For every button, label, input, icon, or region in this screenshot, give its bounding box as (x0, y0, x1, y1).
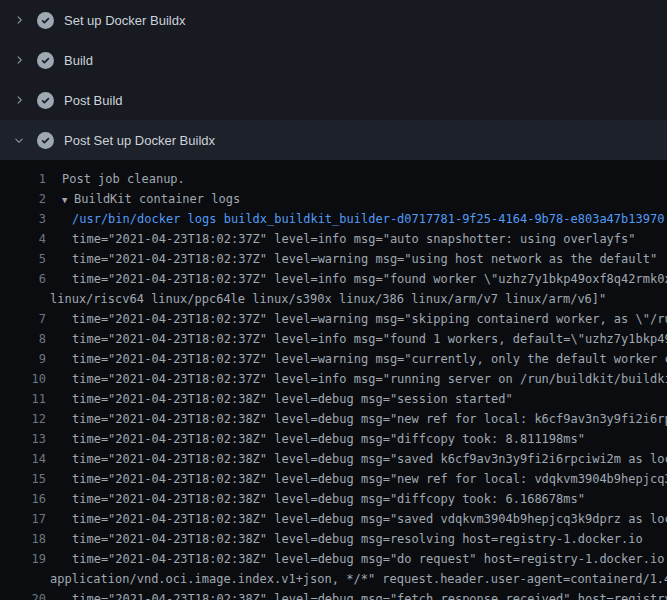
step-label: Set up Docker Buildx (64, 13, 185, 28)
log-text: time="2021-04-23T18:02:37Z" level=warnin… (46, 249, 657, 269)
log-text: time="2021-04-23T18:02:37Z" level=info m… (46, 269, 667, 289)
line-number[interactable]: 13 (0, 429, 46, 449)
line-number (0, 289, 46, 309)
steps-list: Set up Docker Buildx Build Post Build Po… (0, 0, 667, 160)
log-text: time="2021-04-23T18:02:38Z" level=debug … (46, 549, 667, 569)
step-label: Post Set up Docker Buildx (64, 133, 215, 148)
log-text: time="2021-04-23T18:02:38Z" level=debug … (46, 489, 585, 509)
log-line: 10time="2021-04-23T18:02:37Z" level=info… (0, 369, 667, 389)
log-line: 3/usr/bin/docker logs buildx_buildkit_bu… (0, 209, 667, 229)
check-circle-icon (37, 52, 54, 69)
log-line: 11time="2021-04-23T18:02:38Z" level=debu… (0, 389, 667, 409)
check-circle-icon (37, 92, 54, 109)
line-number[interactable]: 17 (0, 509, 46, 529)
log-text: linux/riscv64 linux/ppc64le linux/s390x … (46, 289, 606, 309)
log-text: time="2021-04-23T18:02:37Z" level=warnin… (46, 309, 667, 329)
log-line: 2▼BuildKit container logs (0, 189, 667, 209)
log-text: time="2021-04-23T18:02:38Z" level=debug … (46, 409, 667, 429)
log-text: time="2021-04-23T18:02:37Z" level=warnin… (46, 349, 667, 369)
log-line: 12time="2021-04-23T18:02:38Z" level=debu… (0, 409, 667, 429)
log-line: 20time="2021-04-23T18:02:38Z" level=debu… (0, 589, 667, 600)
log-text: time="2021-04-23T18:02:38Z" level=debug … (46, 389, 513, 409)
line-number[interactable]: 19 (0, 549, 46, 569)
line-number[interactable]: 20 (0, 589, 46, 600)
log-text: time="2021-04-23T18:02:38Z" level=debug … (46, 529, 643, 549)
log-line: 13time="2021-04-23T18:02:38Z" level=debu… (0, 429, 667, 449)
workflow-log-viewer: Set up Docker Buildx Build Post Build Po… (0, 0, 667, 600)
line-number (0, 569, 46, 589)
log-text: time="2021-04-23T18:02:38Z" level=debug … (46, 449, 667, 469)
log-line: application/vnd.oci.image.index.v1+json,… (0, 569, 667, 589)
log-line: 5time="2021-04-23T18:02:37Z" level=warni… (0, 249, 667, 269)
log-line: 9time="2021-04-23T18:02:37Z" level=warni… (0, 349, 667, 369)
line-number[interactable]: 12 (0, 409, 46, 429)
log-line: 15time="2021-04-23T18:02:38Z" level=debu… (0, 469, 667, 489)
log-line: 19time="2021-04-23T18:02:38Z" level=debu… (0, 549, 667, 569)
log-text: time="2021-04-23T18:02:38Z" level=debug … (46, 509, 667, 529)
log-text: time="2021-04-23T18:02:37Z" level=info m… (46, 329, 667, 349)
step-row[interactable]: Set up Docker Buildx (0, 0, 667, 40)
log-line: 14time="2021-04-23T18:02:38Z" level=debu… (0, 449, 667, 469)
step-label: Build (64, 53, 93, 68)
line-number[interactable]: 14 (0, 449, 46, 469)
line-number[interactable]: 3 (0, 209, 46, 229)
log-text: time="2021-04-23T18:02:38Z" level=debug … (46, 469, 667, 489)
line-number[interactable]: 9 (0, 349, 46, 369)
log-area: 1Post job cleanup.2▼BuildKit container l… (0, 160, 667, 600)
log-line: 17time="2021-04-23T18:02:38Z" level=debu… (0, 509, 667, 529)
log-text: time="2021-04-23T18:02:37Z" level=info m… (46, 229, 636, 249)
group-collapse-arrow-icon[interactable]: ▼ (62, 190, 74, 210)
log-line: linux/riscv64 linux/ppc64le linux/s390x … (0, 289, 667, 309)
log-line: 4time="2021-04-23T18:02:37Z" level=info … (0, 229, 667, 249)
line-number[interactable]: 15 (0, 469, 46, 489)
line-number[interactable]: 11 (0, 389, 46, 409)
line-number[interactable]: 8 (0, 329, 46, 349)
step-label: Post Build (64, 93, 123, 108)
step-row[interactable]: Build (0, 40, 667, 80)
line-number[interactable]: 6 (0, 269, 46, 289)
log-line: 6time="2021-04-23T18:02:37Z" level=info … (0, 269, 667, 289)
log-line: 18time="2021-04-23T18:02:38Z" level=debu… (0, 529, 667, 549)
log-text: application/vnd.oci.image.index.v1+json,… (46, 569, 667, 589)
line-number[interactable]: 10 (0, 369, 46, 389)
step-row[interactable]: Post Build (0, 80, 667, 120)
line-number[interactable]: 4 (0, 229, 46, 249)
log-text: time="2021-04-23T18:02:38Z" level=debug … (46, 429, 585, 449)
log-text[interactable]: ▼BuildKit container logs (46, 189, 240, 209)
chevron-right-icon (13, 14, 25, 26)
chevron-right-icon (13, 54, 25, 66)
line-number[interactable]: 16 (0, 489, 46, 509)
line-number[interactable]: 1 (0, 169, 46, 189)
line-number[interactable]: 2 (0, 189, 46, 209)
check-circle-icon (37, 132, 54, 149)
command-text: /usr/bin/docker logs buildx_buildkit_bui… (46, 209, 664, 229)
log-line: 1Post job cleanup. (0, 169, 667, 189)
log-text: time="2021-04-23T18:02:38Z" level=debug … (46, 589, 667, 600)
chevron-right-icon (13, 94, 25, 106)
log-text: time="2021-04-23T18:02:37Z" level=info m… (46, 369, 667, 389)
check-circle-icon (37, 12, 54, 29)
log-line: 16time="2021-04-23T18:02:38Z" level=debu… (0, 489, 667, 509)
log-line: 7time="2021-04-23T18:02:37Z" level=warni… (0, 309, 667, 329)
step-row[interactable]: Post Set up Docker Buildx (0, 120, 667, 160)
log-line: 8time="2021-04-23T18:02:37Z" level=info … (0, 329, 667, 349)
line-number[interactable]: 5 (0, 249, 46, 269)
line-number[interactable]: 7 (0, 309, 46, 329)
line-number[interactable]: 18 (0, 529, 46, 549)
chevron-down-icon (13, 134, 25, 146)
log-text: Post job cleanup. (46, 169, 185, 189)
